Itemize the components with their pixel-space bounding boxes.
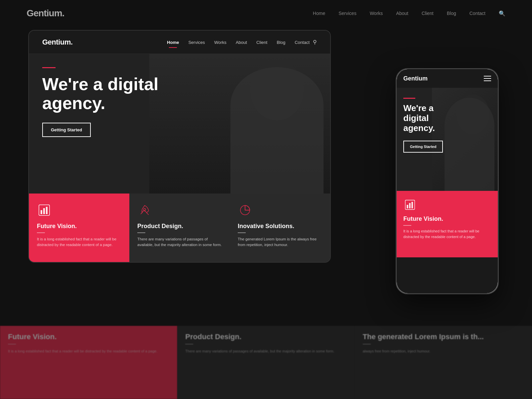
top-nav-services[interactable]: Services — [338, 11, 356, 16]
svg-rect-1 — [41, 210, 42, 214]
svg-rect-3 — [46, 207, 48, 214]
hero-title: We're a digital agency. — [42, 75, 169, 113]
rocket-icon — [137, 203, 152, 217]
top-nav-client[interactable]: Client — [422, 11, 434, 16]
mobile-accent-line — [403, 98, 415, 99]
desktop-nav-links: Home Services Works About Client Blog Co… — [167, 39, 310, 45]
mobile-cta-button[interactable]: Getting Started — [403, 141, 443, 153]
nav-services[interactable]: Services — [188, 40, 205, 45]
service-divider-3 — [238, 232, 246, 233]
hamburger-icon[interactable] — [484, 76, 491, 81]
service-desc-1: It is a long established fact that a rea… — [37, 236, 121, 248]
bottom-reflection: Future Vision. It is a long established … — [0, 326, 532, 399]
svg-rect-8 — [409, 203, 410, 208]
hero-content: We're a digital agency. Getting Started — [42, 67, 169, 137]
mobile-service-desc: It is a long established fact that a rea… — [403, 228, 491, 239]
top-nav-contact[interactable]: Contact — [469, 11, 485, 16]
top-nav-blog[interactable]: Blog — [447, 11, 456, 16]
reflection-card-3: The generated Lorem Ipsum is th... alway… — [355, 326, 532, 399]
top-nav-home[interactable]: Home — [313, 11, 325, 16]
hero-accent-line — [42, 67, 56, 68]
service-card-innovative-solutions: Inovative Solutions. The generated Lorem… — [230, 194, 330, 263]
reflection-card-1: Future Vision. It is a long established … — [0, 326, 177, 399]
service-title-3: Inovative Solutions. — [238, 223, 322, 230]
hero-person-image — [149, 54, 330, 194]
nav-client[interactable]: Client — [256, 40, 267, 45]
service-divider-1 — [37, 232, 45, 233]
desktop-services: Future Vision. It is a long established … — [29, 194, 330, 263]
top-nav-about[interactable]: About — [396, 11, 408, 16]
pie-chart-icon — [238, 203, 252, 217]
nav-home[interactable]: Home — [167, 40, 179, 45]
service-title-1: Future Vision. — [37, 223, 121, 230]
svg-rect-7 — [407, 205, 408, 208]
mobile-hero-content: We're a digital agency. Getting Started — [403, 98, 457, 153]
mobile-bar-chart-icon — [403, 198, 417, 211]
mobile-logo: Gentium — [403, 75, 428, 82]
mobile-service-card: Future Vision. It is a long established … — [397, 191, 498, 257]
hero-background — [149, 54, 330, 194]
mobile-service-divider — [403, 225, 411, 226]
mobile-hero: We're a digital agency. Getting Started — [397, 88, 498, 191]
nav-works[interactable]: Works — [214, 40, 226, 45]
mobile-hero-title: We're a digital agency. — [403, 103, 457, 133]
nav-blog[interactable]: Blog — [277, 40, 285, 45]
svg-rect-2 — [43, 208, 45, 214]
person-body-shape — [230, 67, 324, 194]
top-nav-logo: Gentium. — [27, 8, 64, 19]
hero-cta-button[interactable]: Getting Started — [42, 123, 91, 137]
nav-about[interactable]: About — [236, 40, 247, 45]
mobile-mockup: Gentium We're a digital agency. Getting … — [396, 68, 499, 294]
service-desc-2: There are many variations of passages of… — [137, 236, 222, 248]
desktop-nav: Gentium. Home Services Works About Clien… — [29, 31, 330, 54]
search-icon[interactable]: ⚲ — [313, 39, 317, 45]
desktop-logo: Gentium. — [42, 38, 72, 47]
mobile-service-title: Future Vision. — [403, 215, 491, 222]
top-nav-links: Home Services Works About Client Blog Co… — [313, 10, 505, 17]
top-nav-bar: Gentium. Home Services Works About Clien… — [0, 0, 532, 27]
service-card-product-design: Product Design. There are many variation… — [129, 194, 230, 263]
desktop-hero: We're a digital agency. Getting Started — [29, 54, 330, 194]
top-nav-works[interactable]: Works — [370, 11, 383, 16]
mobile-nav: Gentium — [397, 69, 498, 88]
bar-chart-icon — [37, 203, 52, 217]
desktop-mockup: Gentium. Home Services Works About Clien… — [28, 30, 331, 263]
service-title-2: Product Design. — [137, 223, 222, 230]
mobile-inner: Gentium We're a digital agency. Getting … — [397, 69, 498, 293]
svg-rect-9 — [411, 202, 413, 208]
nav-contact[interactable]: Contact — [295, 40, 310, 45]
service-desc-3: The generated Lorem Ipsum is the always … — [238, 236, 322, 248]
service-card-future-vision: Future Vision. It is a long established … — [29, 194, 129, 263]
svg-point-4 — [144, 208, 146, 210]
service-divider-2 — [137, 232, 145, 233]
reflection-card-2: Product Design. There are many variation… — [177, 326, 354, 399]
